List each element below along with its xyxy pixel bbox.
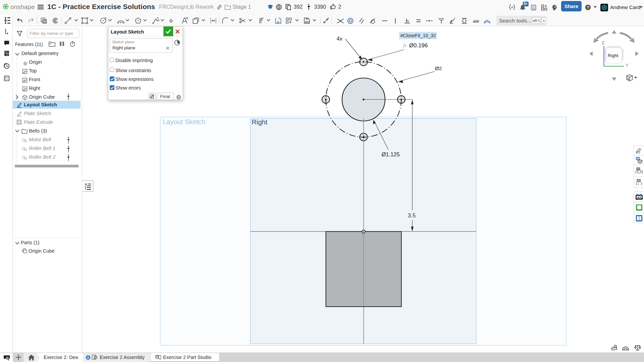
svg-text:Ø2: Ø2 xyxy=(435,65,442,71)
svg-text:d²: d² xyxy=(554,6,556,8)
svg-text:?: ? xyxy=(178,96,180,99)
svg-text:Y: Y xyxy=(626,63,629,68)
svg-text:Ø0.196: Ø0.196 xyxy=(409,42,428,49)
svg-text:Ø1.125: Ø1.125 xyxy=(382,151,400,157)
svg-text:Z: Z xyxy=(602,40,604,45)
svg-text:Right: Right xyxy=(608,53,618,58)
svg-text:DXF: DXF xyxy=(305,21,309,23)
svg-text:3.5: 3.5 xyxy=(408,212,416,219)
svg-text:Layout Sketch: Layout Sketch xyxy=(163,118,205,125)
svg-text:#CloseFit_10_32: #CloseFit_10_32 xyxy=(400,33,436,38)
svg-text:4x: 4x xyxy=(337,36,342,42)
svg-text:fx: fx xyxy=(403,43,407,48)
svg-text:?: ? xyxy=(587,5,589,9)
svg-text:x: x xyxy=(637,183,639,186)
svg-text:Right: Right xyxy=(252,118,267,126)
